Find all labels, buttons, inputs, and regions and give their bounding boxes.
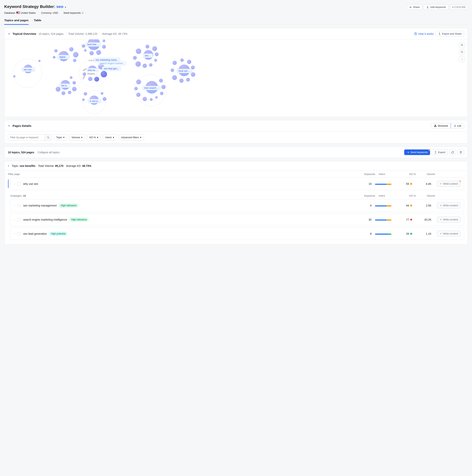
kd-dot [410,219,412,221]
svg-rect-5 [435,125,436,125]
row-checkbox[interactable] [17,182,20,186]
relevance-badge: High relevance [59,204,78,207]
expand-row[interactable]: › [14,204,15,207]
structure-toggle[interactable]: Structure [431,123,451,129]
download-icon [426,6,429,9]
search-icon [47,136,50,139]
cluster-local-seo[interactable]: local seo ... [177,69,192,73]
write-content-button[interactable]: Write content [437,181,460,187]
filter-field [8,134,52,140]
row-checkbox[interactable] [17,232,20,235]
chevron-down-icon: ▾ [113,136,114,139]
trash-icon [459,151,462,154]
intent-bar [375,220,391,221]
export-button[interactable]: Export [432,150,448,155]
collapse-all[interactable]: Collapse all topics [38,151,60,154]
row-checkbox[interactable] [17,218,20,221]
write-content-button[interactable]: Write content [437,217,460,222]
delete-button[interactable] [457,150,464,155]
kd-dot [410,183,412,185]
cluster-digital[interactable]: digital ... [58,55,70,59]
svg-rect-7 [436,126,437,127]
cluster-viz[interactable]: seo cas... digital ... the b... [4,39,468,117]
export-share-button[interactable]: Export and Share [436,31,464,36]
write-content-button[interactable]: Write content [437,231,460,237]
add-keywords-button[interactable]: Add keywords [424,4,448,10]
svg-point-8 [47,136,49,138]
list-icon [454,124,456,127]
filter-input[interactable] [8,134,45,140]
chevron-down-icon[interactable]: ▾ [8,165,9,167]
advanced-filter[interactable]: Advanced filters ▾ [119,134,144,140]
sparkle-icon: ✦ [8,32,10,35]
svg-point-1 [410,7,411,8]
volume-filter[interactable]: Volume ▾ [69,134,85,140]
search-button[interactable] [45,135,52,140]
upload-icon [438,33,441,35]
share-icon [409,6,412,9]
zoom-in-button[interactable] [459,42,465,48]
write-content-button[interactable]: Write content [437,203,460,208]
recenter-button[interactable] [459,56,465,62]
cluster-is-seo[interactable]: is seo p... [88,99,101,103]
cluster-best-free[interactable]: best free ... [86,42,101,47]
how-it-works-link[interactable]: How it works [414,32,434,35]
intent-bar [375,184,391,185]
page-title: Keyword Strategy Builder: seo ▾ [4,4,66,9]
svg-point-0 [410,6,410,7]
action-bar: 10 topics, 524 pages Collapse all topics… [4,147,468,158]
send-keywords-button[interactable]: Send keywords [404,150,430,155]
list-selector[interactable]: seo ▾ [56,4,66,9]
tab-table[interactable]: Table [34,18,41,25]
arrow-icon [439,183,442,185]
structure-icon [434,124,437,127]
pillar-row: › why use seo 19 59 4.4K Write content [10,177,464,190]
subpage-row: › seo marketing managementHigh relevance… [10,199,464,212]
chevron-down-icon: ▾ [65,6,66,8]
topic-filter[interactable]: Topic ▾ [54,134,67,140]
overview-title: Topical Overview [13,32,36,35]
kd-filter[interactable]: KD % ▾ [87,134,101,140]
keyword-counter: 4,274/10,000 [450,5,468,10]
row-checkbox[interactable] [17,204,20,207]
cluster-search-eng[interactable]: search engine marketi... [98,61,126,66]
intent-bar [375,234,391,235]
expand-row[interactable]: › [14,219,15,221]
refresh-button[interactable] [449,150,456,155]
details-title: Pages Details [13,124,32,127]
refresh-icon [451,151,454,154]
seed-link[interactable]: 2 [82,11,83,14]
cluster-seo-cas[interactable]: seo cas... [22,68,35,72]
expand-row[interactable]: › [14,183,15,185]
cluster-the-b[interactable]: the b... [60,84,70,88]
chevron-down-icon: ▾ [140,136,141,139]
list-toggle[interactable]: List [451,123,464,128]
intent-filter[interactable]: Intent ▾ [103,134,117,140]
cluster-best-search[interactable]: best search ... [143,86,161,90]
subpage-row: › search engine marketing intelligenceHi… [10,213,464,226]
chevron-down-icon: ▾ [63,136,65,139]
topic-group: ▾ Topic: seo benefits Total Volume: 85,1… [4,161,468,244]
upload-icon [434,151,437,154]
meta-bar: Database: United States Currency: USD Se… [4,11,468,14]
svg-rect-6 [434,126,435,127]
tab-topics[interactable]: Topics and pages [4,18,29,25]
cluster-seo[interactable]: seo ... [143,53,153,58]
share-button[interactable]: Share [407,4,422,10]
kd-dot [410,233,412,235]
zoom-out-button[interactable] [459,49,465,55]
info-icon [414,32,417,35]
expand-row[interactable]: › [14,233,15,235]
chevron-down-icon: ▾ [81,136,82,139]
pages-details-card: ✦ Pages Details Structure List Topic ▾ V… [4,120,468,143]
relevance-badge: High potential [49,232,67,236]
view-toggle: Structure List [431,123,464,129]
tabs: Topics and pages Table [4,18,468,25]
cluster-why-us[interactable]: why us... [86,68,98,72]
cluster-seo-lead[interactable]: seo lead gen... [102,67,121,71]
kd-dot [410,204,412,206]
cluster-why-us-sub: Keywor... [86,72,98,75]
sparkle-icon: ✦ [8,124,10,127]
chevron-down-icon: ▾ [97,136,98,139]
intent-bar [375,205,391,206]
